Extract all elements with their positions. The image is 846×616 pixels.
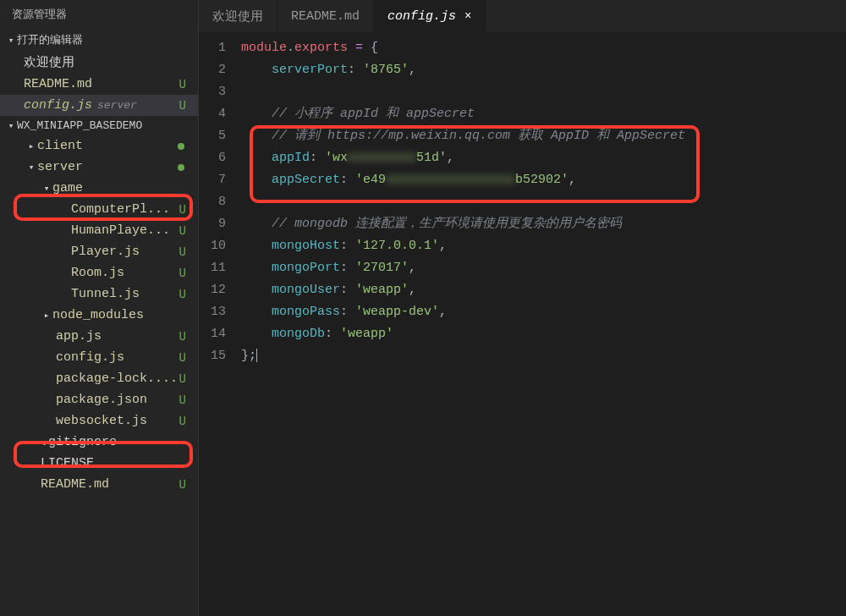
editor-tabs: 欢迎使用 README.md config.js × — [199, 0, 846, 32]
tok: mongoUser — [272, 283, 340, 297]
redacted: xxxxxxxxxxxxxxxxx — [386, 173, 515, 187]
git-status: U — [179, 393, 186, 407]
file-license[interactable]: LICENSE — [0, 453, 198, 474]
folder-game[interactable]: ▾game — [0, 178, 198, 199]
git-status-dot — [178, 143, 184, 150]
tok: mongoPort — [272, 261, 340, 275]
tree-item-label: .gitignore — [41, 435, 117, 449]
project-label: WX_MINIAPP_BASEDEMO — [17, 119, 142, 132]
line-number: 15 — [199, 345, 226, 367]
git-status: U — [179, 203, 186, 217]
tok: mongoPass — [272, 305, 340, 319]
sidebar: 资源管理器 ▾ 打开的编辑器 欢迎使用 README.md U config.j… — [0, 0, 199, 616]
tab-label: 欢迎使用 — [212, 8, 263, 25]
git-status: U — [179, 351, 186, 365]
file-humanplaye-[interactable]: HumanPlaye...U — [0, 220, 198, 241]
tree-item-label: game — [52, 181, 83, 195]
tok: appSecret — [272, 173, 340, 187]
tree-item-label: HumanPlaye... — [71, 223, 170, 238]
project-header[interactable]: ▾ WX_MINIAPP_BASEDEMO — [0, 116, 198, 135]
open-editor-config[interactable]: config.js server U — [0, 95, 198, 116]
chevron-down-icon: ▾ — [41, 183, 52, 194]
file-label: config.js — [24, 98, 92, 113]
tok: 'weapp-dev' — [355, 305, 439, 319]
file-config-js[interactable]: config.jsU — [0, 347, 198, 368]
editor-area: 欢迎使用 README.md config.js × 1234567891011… — [199, 0, 846, 616]
tok: 'e49 — [355, 173, 386, 187]
file-player-js[interactable]: Player.jsU — [0, 241, 198, 262]
line-number: 14 — [199, 323, 226, 345]
tok: serverPort — [272, 63, 348, 77]
open-editors-label: 打开的编辑器 — [17, 32, 83, 47]
tab-readme[interactable]: README.md — [277, 0, 374, 32]
chevron-down-icon: ▾ — [25, 162, 37, 173]
line-number: 7 — [199, 169, 226, 191]
folder-server[interactable]: ▾server — [0, 157, 198, 178]
tree-item-label: package.json — [56, 393, 147, 407]
chevron-right-icon: ▸ — [25, 140, 37, 151]
file-tree: ▸client▾server▾gameComputerPl...UHumanPl… — [0, 135, 198, 495]
tree-item-label: ComputerPl... — [71, 202, 170, 217]
file-computerpl-[interactable]: ComputerPl...U — [0, 199, 198, 220]
tok: '127.0.0.1' — [355, 239, 439, 253]
git-status: U — [179, 415, 186, 428]
open-editor-welcome[interactable]: 欢迎使用 — [0, 51, 198, 74]
line-number: 3 — [199, 81, 226, 103]
line-number: 6 — [199, 147, 226, 169]
file-tunnel-js[interactable]: Tunnel.jsU — [0, 283, 198, 305]
tree-item-label: server — [37, 160, 83, 174]
folder-client[interactable]: ▸client — [0, 135, 198, 157]
file--gitignore[interactable]: .gitignore — [0, 432, 198, 453]
tok: '27017' — [355, 261, 409, 275]
text-cursor — [256, 349, 257, 362]
line-number: 1 — [199, 37, 226, 59]
file-room-js[interactable]: Room.jsU — [0, 262, 198, 283]
tok: b52902' — [515, 173, 569, 187]
tree-item-label: node_modules — [52, 308, 144, 322]
tree-item-label: Room.js — [71, 266, 124, 280]
tok: appId — [272, 151, 310, 165]
chevron-down-icon: ▾ — [5, 120, 17, 131]
file-package-json[interactable]: package.jsonU — [0, 389, 198, 410]
open-editors-header[interactable]: ▾ 打开的编辑器 — [0, 29, 198, 51]
line-number: 13 — [199, 301, 226, 323]
file-readme-md[interactable]: README.mdU — [0, 474, 198, 495]
tok: // 小程序 appId 和 appSecret — [272, 107, 475, 121]
file-package-lock-[interactable]: package-lock....U — [0, 368, 198, 389]
git-status: U — [179, 78, 186, 91]
file-websocket-js[interactable]: websocket.jsU — [0, 410, 198, 432]
tree-item-label: package-lock.... — [56, 371, 178, 386]
tok: mongoHost — [272, 239, 340, 253]
open-editor-readme[interactable]: README.md U — [0, 74, 198, 95]
chevron-right-icon: ▸ — [41, 310, 52, 321]
git-status: U — [179, 288, 186, 301]
tab-welcome[interactable]: 欢迎使用 — [199, 0, 277, 32]
git-status: U — [179, 224, 186, 238]
tree-item-label: Tunnel.js — [71, 287, 140, 301]
tree-item-label: config.js — [56, 350, 124, 365]
git-status: U — [179, 99, 186, 113]
sidebar-title: 资源管理器 — [0, 0, 198, 29]
line-number: 8 — [199, 191, 226, 213]
tok: 'wx — [325, 151, 348, 165]
tree-item-label: websocket.js — [56, 414, 147, 428]
tab-config[interactable]: config.js × — [374, 0, 486, 32]
git-status-dot — [178, 164, 184, 171]
line-number: 12 — [199, 279, 226, 301]
folder-node_modules[interactable]: ▸node_modules — [0, 305, 198, 326]
file-path: server — [97, 99, 137, 112]
git-status: U — [179, 267, 186, 280]
file-label: 欢迎使用 — [24, 54, 74, 70]
code-area[interactable]: 123456789101112131415 module.exports = {… — [199, 32, 846, 616]
tree-item-label: Player.js — [71, 245, 140, 259]
tok: 'weapp' — [340, 327, 393, 341]
close-icon[interactable]: × — [464, 9, 471, 23]
line-number: 2 — [199, 59, 226, 81]
tok: // mongodb 连接配置，生产环境请使用更复杂的用户名密码 — [272, 217, 622, 231]
tree-item-label: LICENSE — [41, 456, 94, 470]
line-number: 11 — [199, 257, 226, 279]
chevron-down-icon: ▾ — [5, 35, 17, 46]
line-number: 4 — [199, 103, 226, 125]
file-app-js[interactable]: app.jsU — [0, 326, 198, 347]
code-content[interactable]: module.exports = { serverPort: '8765', /… — [241, 37, 846, 616]
